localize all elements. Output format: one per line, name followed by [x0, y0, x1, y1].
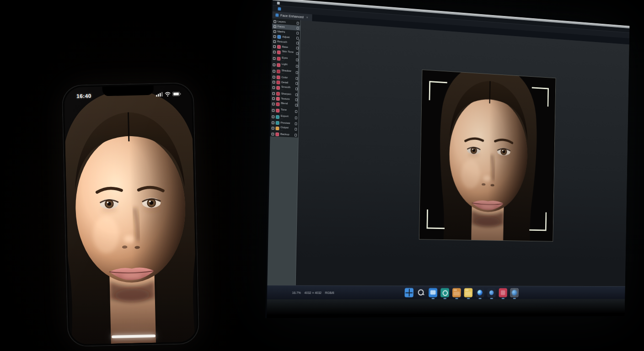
layer-thumbnail	[275, 127, 279, 130]
layer-thumbnail	[276, 102, 279, 106]
visibility-toggle-icon[interactable]	[273, 57, 276, 60]
layer-thumbnail	[276, 97, 280, 101]
layer-row[interactable]: Backup	[270, 131, 298, 138]
taskbar-app-teal-icon[interactable]	[440, 288, 449, 297]
taskbar-file-explorer-icon[interactable]	[429, 288, 437, 297]
taskbar-folder-orange-icon[interactable]	[452, 288, 461, 297]
layer-thumbnail	[276, 92, 280, 96]
lock-icon[interactable]	[295, 128, 297, 131]
layer-label: Retouch	[277, 40, 295, 44]
layer-sublabel: ···	[280, 129, 293, 132]
battery-icon	[172, 91, 181, 96]
layer-label: Detail	[281, 81, 294, 85]
lock-icon[interactable]	[295, 110, 297, 113]
layer-thumbnail	[277, 63, 280, 67]
visibility-toggle-icon[interactable]	[272, 127, 274, 129]
focus-corner-bottom-left	[427, 209, 445, 229]
focus-corner-top-right	[531, 87, 549, 106]
layer-label: Sharpen	[281, 92, 294, 96]
layer-label: Backup	[280, 133, 293, 136]
layer-thumbnail	[276, 121, 279, 124]
taskbar-app-red-icon[interactable]	[499, 288, 507, 298]
focus-corner-bottom-right	[529, 212, 547, 231]
lock-icon[interactable]	[296, 27, 299, 29]
visibility-toggle-icon[interactable]	[273, 80, 275, 83]
visibility-toggle-icon[interactable]	[272, 92, 275, 95]
lock-icon[interactable]	[296, 32, 299, 34]
visibility-toggle-icon[interactable]	[273, 35, 276, 37]
layer-thumbnail	[277, 69, 280, 73]
document-icon	[275, 13, 279, 16]
smartphone: 16:40	[62, 82, 200, 347]
taskbar-app-blue-icon[interactable]	[487, 288, 496, 298]
document-tab-label: Face Enhanced	[280, 13, 304, 19]
cellular-icon	[156, 92, 163, 96]
visibility-toggle-icon[interactable]	[273, 40, 276, 43]
color-mode: RGB/8	[325, 291, 334, 294]
editor-canvas[interactable]	[296, 20, 629, 286]
visibility-toggle-icon[interactable]	[272, 115, 274, 118]
layer-thumbnail	[277, 45, 281, 48]
monitor-screen: Face Enhanced × Layers	[265, 0, 629, 318]
visibility-toggle-icon[interactable]	[273, 51, 276, 53]
layer-thumbnail	[277, 50, 281, 54]
taskbar-folder-yellow-icon[interactable]	[464, 288, 472, 297]
layer-sublabel: ···	[281, 117, 294, 121]
lock-icon[interactable]	[295, 122, 297, 125]
taskbar-start-icon[interactable]	[405, 288, 413, 297]
visibility-toggle-icon[interactable]	[272, 103, 275, 106]
visibility-toggle-icon[interactable]	[272, 121, 274, 124]
taskbar-icons	[405, 288, 519, 297]
taskbar-photo-editor-icon[interactable]	[510, 288, 518, 298]
lock-icon[interactable]	[297, 21, 299, 24]
layer-thumbnail	[277, 35, 281, 39]
visibility-toggle-icon[interactable]	[273, 45, 276, 48]
visibility-toggle-icon[interactable]	[271, 133, 274, 135]
layer-label: Base	[282, 45, 295, 49]
layer-thumbnail	[276, 86, 280, 90]
layer-thumbnail	[277, 57, 280, 60]
layer-label: Adjust	[282, 36, 295, 39]
layer-thumbnail	[277, 75, 280, 79]
visibility-toggle-icon[interactable]	[274, 20, 276, 22]
wifi-icon	[165, 92, 171, 96]
layers-sidebar: Layers Faces	[267, 18, 301, 285]
lock-icon[interactable]	[295, 117, 297, 119]
visibility-toggle-icon[interactable]	[272, 109, 274, 112]
visibility-toggle-icon[interactable]	[274, 30, 276, 32]
visibility-toggle-icon[interactable]	[273, 70, 275, 73]
phone-screen[interactable]: 16:40	[64, 85, 198, 345]
visibility-toggle-icon[interactable]	[272, 97, 275, 100]
tab-close-icon[interactable]: ×	[306, 16, 308, 19]
focus-corner-top-left	[429, 81, 447, 101]
layer-label: Layers	[278, 20, 295, 24]
layer-thumbnail	[275, 132, 279, 136]
visibility-toggle-icon[interactable]	[273, 75, 275, 78]
layer-thumbnail	[276, 109, 279, 112]
layer-label: Texture	[281, 97, 294, 101]
workspace-icon	[278, 7, 281, 11]
layer-label: Color	[281, 76, 294, 80]
layer-label: Preview	[280, 122, 293, 125]
taskbar-edge-browser-icon[interactable]	[476, 288, 484, 297]
taskbar: 16.7% 4032 × 4032 RGB/8	[267, 285, 625, 299]
lock-icon[interactable]	[295, 133, 297, 136]
layer-label: Faces	[278, 25, 295, 29]
visibility-toggle-icon[interactable]	[273, 64, 275, 66]
visibility-toggle-icon[interactable]	[274, 25, 276, 27]
layer-sublabel: ···	[281, 111, 294, 114]
image-dimensions: 4032 × 4032	[304, 291, 322, 294]
layer-thumbnail	[276, 80, 280, 84]
layer-label: Masks	[277, 30, 295, 34]
visibility-toggle-icon[interactable]	[272, 86, 275, 89]
app-logo-icon	[277, 2, 280, 5]
layer-sublabel: ···	[281, 105, 294, 108]
layer-thumbnail	[276, 115, 279, 119]
taskbar-search-icon[interactable]	[417, 288, 425, 297]
photo-selection-frame	[419, 69, 556, 242]
monitor-bottom-shadow	[267, 299, 625, 318]
zoom-level[interactable]: 16.7%	[292, 291, 301, 294]
app-status-bar: 16.7% 4032 × 4032 RGB/8	[292, 291, 334, 294]
phone-clock: 16:40	[76, 93, 91, 100]
phone-portrait-photo	[64, 85, 198, 345]
